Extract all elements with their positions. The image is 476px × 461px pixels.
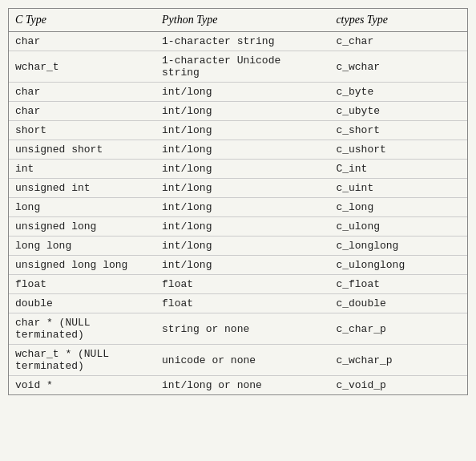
cell-ctype: unsigned long long	[9, 256, 155, 275]
cell-ctypes: c_byte	[329, 83, 467, 102]
cell-ctypes: c_char	[329, 32, 467, 51]
cell-ctype: char	[9, 83, 155, 102]
cell-python: float	[155, 294, 329, 313]
type-mapping-table: C Type Python Type ctypes Type char1-cha…	[8, 8, 468, 395]
cell-ctype: double	[9, 294, 155, 313]
cell-ctype: long	[9, 198, 155, 217]
cell-python: unicode or none	[155, 345, 329, 376]
header-ctype: C Type	[9, 9, 155, 32]
table-row: unsigned long longint/longc_ulonglong	[9, 256, 467, 275]
cell-ctypes: c_long	[329, 198, 467, 217]
table-row: void *int/long or nonec_void_p	[9, 376, 467, 395]
cell-ctypes: c_ulong	[329, 217, 467, 237]
table-row: char * (NULL terminated)string or nonec_…	[9, 313, 467, 345]
cell-python: int/long	[155, 256, 329, 275]
cell-ctypes: c_float	[329, 275, 467, 294]
cell-ctypes: c_ushort	[329, 140, 467, 160]
cell-python: int/long	[155, 198, 329, 217]
cell-ctype: void *	[9, 376, 155, 395]
table-header-row: C Type Python Type ctypes Type	[9, 9, 467, 32]
header-ctypes: ctypes Type	[329, 9, 467, 32]
cell-ctypes: c_longlong	[329, 237, 467, 256]
cell-ctype: char	[9, 32, 155, 51]
cell-python: int/long	[155, 83, 329, 102]
cell-python: 1-character string	[155, 32, 329, 51]
cell-python: float	[155, 275, 329, 294]
cell-ctype: char	[9, 102, 155, 121]
cell-ctypes: c_char_p	[329, 313, 467, 345]
cell-ctypes: c_double	[329, 294, 467, 313]
cell-python: int/long	[155, 217, 329, 237]
table-row: longint/longc_long	[9, 198, 467, 217]
cell-python: int/long or none	[155, 376, 329, 395]
cell-python: int/long	[155, 121, 329, 140]
cell-ctype: wchar_t * (NULL terminated)	[9, 345, 155, 376]
cell-ctypes: c_ulonglong	[329, 256, 467, 275]
table-row: charint/longc_ubyte	[9, 102, 467, 121]
cell-ctypes: c_ubyte	[329, 102, 467, 121]
table-row: floatfloatc_float	[9, 275, 467, 294]
cell-python: int/long	[155, 179, 329, 198]
cell-ctype: float	[9, 275, 155, 294]
cell-python: 1-character Unicode string	[155, 51, 329, 83]
table-row: wchar_t * (NULL terminated)unicode or no…	[9, 345, 467, 376]
cell-python: int/long	[155, 160, 329, 179]
cell-python: int/long	[155, 140, 329, 160]
cell-ctype: char * (NULL terminated)	[9, 313, 155, 345]
table-row: intint/longC_int	[9, 160, 467, 179]
table-row: char1-character stringc_char	[9, 32, 467, 51]
table-row: doublefloatc_double	[9, 294, 467, 313]
cell-ctypes: C_int	[329, 160, 467, 179]
table-row: long longint/longc_longlong	[9, 237, 467, 256]
cell-ctypes: c_wchar	[329, 51, 467, 83]
cell-ctypes: c_short	[329, 121, 467, 140]
cell-ctypes: c_void_p	[329, 376, 467, 395]
cell-ctype: long long	[9, 237, 155, 256]
cell-python: int/long	[155, 237, 329, 256]
header-python: Python Type	[155, 9, 329, 32]
cell-ctype: short	[9, 121, 155, 140]
cell-ctype: wchar_t	[9, 51, 155, 83]
cell-python: int/long	[155, 102, 329, 121]
cell-ctype: unsigned short	[9, 140, 155, 160]
cell-ctype: unsigned int	[9, 179, 155, 198]
table-row: charint/longc_byte	[9, 83, 467, 102]
cell-ctypes: c_wchar_p	[329, 345, 467, 376]
cell-ctype: int	[9, 160, 155, 179]
cell-python: string or none	[155, 313, 329, 345]
cell-ctypes: c_uint	[329, 179, 467, 198]
cell-ctype: unsigned long	[9, 217, 155, 237]
table-row: wchar_t1-character Unicode stringc_wchar	[9, 51, 467, 83]
table-row: unsigned shortint/longc_ushort	[9, 140, 467, 160]
table-row: unsigned longint/longc_ulong	[9, 217, 467, 237]
table-row: unsigned intint/longc_uint	[9, 179, 467, 198]
table-row: shortint/longc_short	[9, 121, 467, 140]
